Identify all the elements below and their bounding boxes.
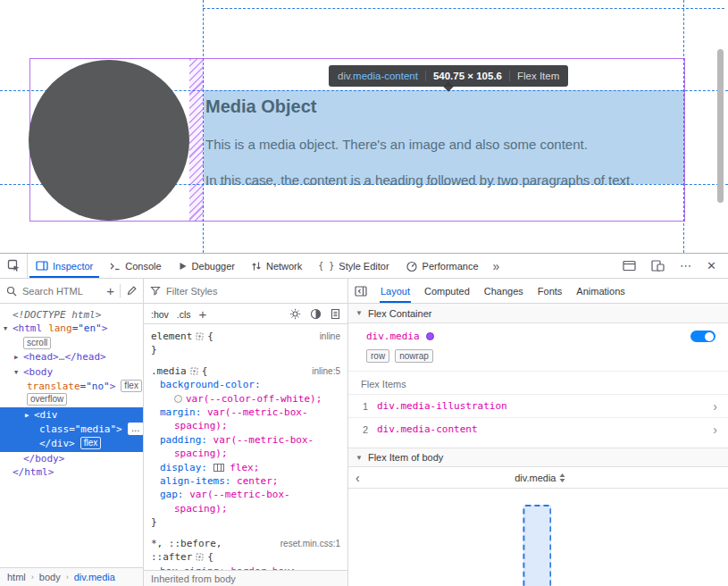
node-body-close[interactable]: </body> [0, 452, 143, 465]
more-tabs-button[interactable]: » [487, 254, 506, 278]
overlay-color-swatch[interactable] [426, 332, 434, 340]
node-body-open[interactable]: ▼<body [0, 365, 143, 380]
tab-performance[interactable]: Performance [397, 254, 487, 278]
rule-source-link[interactable]: reset.min.css:1 [280, 537, 340, 550]
tab-computed[interactable]: Computed [423, 280, 471, 303]
tab-fonts[interactable]: Fonts [537, 280, 564, 303]
markup-tree: <!DOCTYPE html> ▼<htmllang="en"> scroll … [0, 305, 143, 567]
pick-element-button[interactable] [0, 254, 28, 278]
expand-arrow-icon[interactable]: ▼ [14, 366, 23, 380]
color-swatch[interactable] [174, 395, 182, 403]
add-rule-button[interactable]: + [199, 307, 207, 321]
responsive-design-icon [651, 260, 665, 272]
infobar-selector: div.media-content [338, 71, 418, 81]
devtools-panels: + <!DOCTYPE html> ▼<htmllang="en"> scrol… [0, 279, 728, 586]
tab-inspector[interactable]: Inspector [28, 254, 101, 278]
css-property[interactable]: background-color: [151, 378, 340, 391]
flex-container-selector[interactable]: div.media [366, 331, 420, 342]
responsive-design-button[interactable] [651, 260, 665, 272]
selector-highlighter-icon[interactable] [196, 332, 204, 340]
flex-container-section-header[interactable]: ▼ Flex Container [348, 304, 728, 323]
markup-panel: + <!DOCTYPE html> ▼<htmllang="en"> scrol… [0, 279, 144, 586]
expand-arrow-icon[interactable]: ▶ [14, 351, 23, 364]
flex-badge[interactable]: flex [80, 437, 102, 449]
css-property[interactable]: align-items: center; [151, 474, 340, 488]
expand-arrow-icon[interactable]: ▶ [25, 409, 34, 423]
flex-badge[interactable]: flex [121, 380, 142, 392]
breadcrumb-body[interactable]: body [39, 572, 61, 582]
page-scrollbar-thumb[interactable] [717, 49, 724, 203]
toggle-classes-button[interactable]: .cls [177, 309, 191, 320]
sidebar-tabs: Layout Computed Changes Fonts Animations [348, 279, 728, 304]
selector-highlighter-icon[interactable] [190, 367, 198, 375]
devtools-menu-button[interactable]: ⋯ [680, 259, 691, 272]
tab-style-editor[interactable]: { } Style Editor [310, 254, 397, 278]
node-html-open[interactable]: ▼<htmllang="en"> [0, 322, 143, 336]
tab-animations[interactable]: Animations [575, 280, 625, 303]
breadcrumb-div-media[interactable]: div.media [74, 572, 115, 582]
chevron-left-icon[interactable]: ‹ [356, 472, 360, 484]
css-property[interactable]: display: flex; [151, 461, 340, 474]
light-mode-icon[interactable] [289, 308, 301, 320]
rule-source-link[interactable]: inline [320, 330, 340, 343]
flex-display-toggle-icon[interactable] [213, 464, 224, 472]
close-devtools-button[interactable]: ✕ [707, 259, 716, 272]
rule-element[interactable]: element { inline [151, 330, 340, 343]
css-property[interactable]: gap: var(--metric-box- [151, 488, 340, 501]
selected-node-div-media[interactable]: ▶<div class="media">… </div>flex [0, 407, 143, 452]
print-simulation-icon[interactable] [331, 308, 340, 320]
rule-selector: .media [151, 364, 187, 378]
node-body-badges: overflow [0, 393, 143, 406]
tab-debugger[interactable]: Debugger [170, 254, 243, 278]
flex-overlay-toggle[interactable] [690, 331, 715, 342]
scheme-simulation-buttons [289, 308, 340, 320]
node-doctype[interactable]: <!DOCTYPE html> [0, 308, 143, 322]
filter-styles-input[interactable] [166, 286, 341, 297]
flex-item-row[interactable]: 2 div.media-content › [348, 417, 728, 440]
closing-brace: } [151, 343, 157, 356]
search-icon [6, 286, 17, 297]
infobar-flex-item-label: Flex Item [517, 71, 559, 81]
css-property-value[interactable]: var(--color-off-white); [151, 392, 340, 406]
css-property[interactable]: margin: var(--metric-box- [151, 406, 340, 419]
devtools-toolbar: Inspector Console Debugger Network { } S… [0, 254, 728, 279]
filter-funnel-icon [150, 286, 161, 296]
iframe-picker-button[interactable] [623, 260, 636, 272]
toggle-pseudo-classes-button[interactable]: :hov [151, 309, 169, 320]
tab-changes[interactable]: Changes [483, 280, 524, 303]
flex-item-row[interactable]: 1 div.media-illustration › [348, 394, 728, 417]
meatball-menu-icon: ⋯ [680, 259, 691, 272]
updown-arrows-icon [559, 473, 565, 482]
eyedropper-icon[interactable] [126, 286, 137, 297]
overflow-badge[interactable]: overflow [27, 393, 67, 406]
collapse-sidebar-icon[interactable] [355, 286, 367, 297]
tab-console[interactable]: Console [101, 254, 169, 278]
flex-direction-badges: row nowrap [348, 345, 728, 372]
flex-direction-badge: row [366, 349, 389, 363]
node-body-attrs[interactable]: translate="no">flex [0, 380, 143, 393]
inherited-from-body-header[interactable]: Inherited from body [144, 570, 347, 586]
tab-layout[interactable]: Layout [380, 280, 411, 303]
breadcrumb-html[interactable]: html [7, 572, 26, 582]
pick-element-icon [7, 259, 21, 272]
media-paragraph-1: This is a media object. There's an image… [205, 137, 588, 152]
selector-highlighter-icon[interactable] [196, 553, 204, 561]
css-property[interactable]: padding: var(--metric-box- [151, 433, 340, 447]
rule-media[interactable]: .media { inline:5 [151, 364, 340, 378]
collapse-triangle-icon: ▼ [356, 454, 363, 462]
rule-reset[interactable]: *, ::before, reset.min.css:1 [151, 537, 340, 550]
flex-item-selector-dropdown[interactable]: div.media [515, 473, 565, 483]
inline-text-ellipsis-badge[interactable]: … [128, 423, 143, 435]
inspected-page: Media Object This is a media object. The… [0, 0, 728, 253]
node-head[interactable]: ▶<head>…</head> [0, 350, 143, 364]
dark-mode-icon[interactable] [310, 308, 322, 320]
node-html-close[interactable]: </html> [0, 465, 143, 479]
tab-network[interactable]: Network [243, 254, 310, 278]
flex-item-of-body-section-header[interactable]: ▼ Flex Item of body [348, 448, 728, 467]
flex-items-label: Flex Items [348, 372, 728, 394]
scroll-badge[interactable]: scroll [23, 337, 51, 349]
rule-source-link[interactable]: inline:5 [312, 364, 340, 378]
add-node-button[interactable]: + [106, 284, 114, 297]
expand-arrow-icon[interactable]: ▼ [4, 322, 13, 336]
search-html-input[interactable] [22, 286, 101, 297]
